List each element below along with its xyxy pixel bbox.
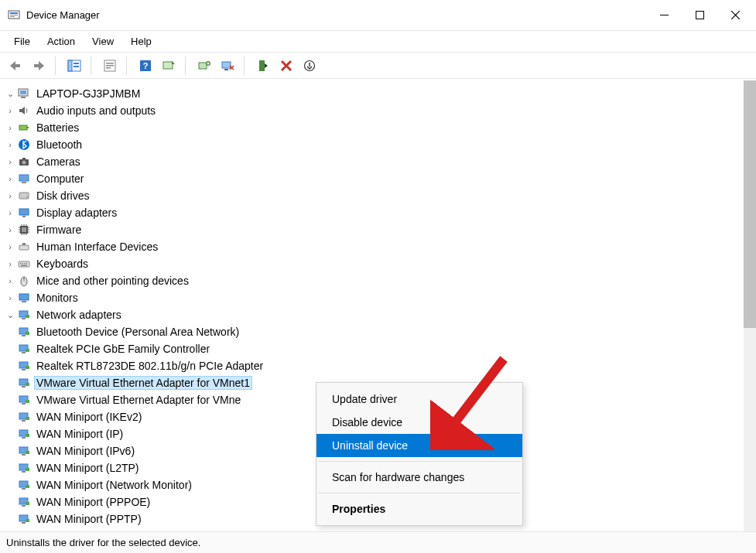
network-adapter-icon [17,410,31,424]
help-button[interactable]: ? [135,56,156,76]
network-adapter-icon [17,478,31,492]
disk-icon [17,189,31,203]
tree-device-label: VMware Virtual Ethernet Adapter for VMne [34,393,243,407]
expand-icon[interactable]: › [5,293,15,302]
expand-icon[interactable]: › [5,242,15,251]
update-driver-button[interactable] [193,56,215,76]
tree-device[interactable]: Realtek RTL8723DE 802.11b/g/n PCIe Adapt… [5,357,756,374]
expand-icon[interactable]: › [5,208,15,217]
expand-icon[interactable]: › [5,276,15,285]
disable-device-button[interactable] [217,56,238,76]
svg-rect-46 [22,243,26,245]
tree-device[interactable]: Realtek PCIe GbE Family Controller [5,340,756,357]
svg-rect-61 [22,335,26,336]
ctx-update-driver[interactable]: Update driver [316,387,522,411]
expand-icon[interactable]: › [5,259,15,268]
scan-hardware-button[interactable] [158,56,180,76]
enable-device-button[interactable] [252,56,274,76]
svg-rect-42 [22,216,26,217]
tree-category[interactable]: › Human Interface Devices [5,238,756,255]
svg-rect-8 [15,64,20,67]
tree-category[interactable]: › Firmware [5,221,756,238]
tree-device-label: WAN Miniport (IKEv2) [34,410,144,424]
expand-icon[interactable]: › [5,123,15,132]
uninstall-device-button[interactable] [275,56,297,76]
firmware-icon [17,223,31,237]
minimize-button[interactable] [646,1,682,30]
tree-category-network[interactable]: ⌄ Network adapters [5,306,756,323]
svg-rect-30 [21,97,26,98]
menu-view[interactable]: View [84,32,121,50]
computer-root-icon [17,87,31,101]
tree-category-label: Cameras [34,155,83,169]
back-button[interactable] [5,56,26,76]
speaker-icon [17,104,31,118]
expand-icon[interactable]: › [5,225,15,234]
menu-file[interactable]: File [6,32,38,50]
add-legacy-button[interactable] [299,56,320,76]
network-adapter-icon [17,444,31,458]
tree-device-label: WAN Miniport (L2TP) [34,461,142,475]
hid-icon [17,240,31,254]
status-text: Uninstalls the driver for the selected d… [6,537,200,548]
svg-rect-70 [22,386,26,387]
toolbar: ? [0,53,756,79]
tree-category[interactable]: › Cameras [5,153,756,170]
collapse-icon[interactable]: ⌄ [5,310,15,320]
svg-rect-41 [19,209,29,215]
maximize-button[interactable] [682,1,717,30]
menu-action[interactable]: Action [39,32,83,50]
expand-icon[interactable]: › [5,140,15,149]
svg-rect-15 [106,63,114,64]
vertical-scrollbar[interactable] [744,80,756,531]
forward-button[interactable] [28,56,50,76]
tree-category[interactable]: › Computer [5,170,756,187]
network-adapter-icon [17,393,31,407]
svg-rect-92 [26,502,29,505]
tree-device[interactable]: Bluetooth Device (Personal Area Network) [5,323,756,340]
tree-device-label: WAN Miniport (PPPOE) [34,495,152,509]
svg-rect-65 [26,349,29,352]
tree-device-label: WAN Miniport (IP) [34,427,125,441]
svg-rect-51 [26,263,28,265]
tree-category[interactable]: › Display adapters [5,204,756,221]
tree-category[interactable]: › Audio inputs and outputs [5,102,756,119]
ctx-disable-device[interactable]: Disable device [316,411,522,434]
svg-rect-12 [74,63,79,64]
expand-icon[interactable]: › [5,106,15,115]
ctx-uninstall-device[interactable]: Uninstall device [316,434,522,457]
show-hide-tree-button[interactable] [63,56,85,76]
ctx-scan-hardware[interactable]: Scan for hardware changes [316,466,522,489]
app-icon [8,9,20,22]
tree-device-label: WAN Miniport (Network Monitor) [34,478,194,492]
svg-rect-44 [22,227,26,232]
ctx-properties[interactable]: Properties [316,497,522,521]
tree-category-label: Bluetooth [34,138,84,152]
tree-category[interactable]: › Keyboards [5,255,756,272]
network-adapter-icon [17,427,31,441]
tree-category[interactable]: › Bluetooth [5,136,756,153]
svg-rect-45 [19,245,29,250]
svg-rect-85 [22,471,26,473]
tree-root-label: LAPTOP-GJ3PJMBM [34,87,142,101]
tree-root[interactable]: ⌄ LAPTOP-GJ3PJMBM [5,85,756,102]
tree-category[interactable]: › Disk drives [5,187,756,204]
menu-help[interactable]: Help [123,32,159,50]
properties-button[interactable] [99,56,121,76]
svg-rect-37 [19,175,29,181]
tree-category[interactable]: › Monitors [5,289,756,306]
close-button[interactable] [717,1,753,30]
tree-category[interactable]: › Mice and other pointing devices [5,272,756,289]
scrollbar-thumb[interactable] [744,80,756,328]
network-icon [17,308,31,322]
svg-rect-11 [68,60,72,71]
collapse-icon[interactable]: ⌄ [5,89,15,99]
network-adapter-icon [17,461,31,475]
svg-rect-32 [27,127,29,128]
svg-text:?: ? [143,61,149,70]
tree-category[interactable]: › Batteries [5,119,756,136]
svg-rect-77 [26,417,29,420]
expand-icon[interactable]: › [5,174,15,183]
expand-icon[interactable]: › [5,191,15,200]
expand-icon[interactable]: › [5,157,15,166]
